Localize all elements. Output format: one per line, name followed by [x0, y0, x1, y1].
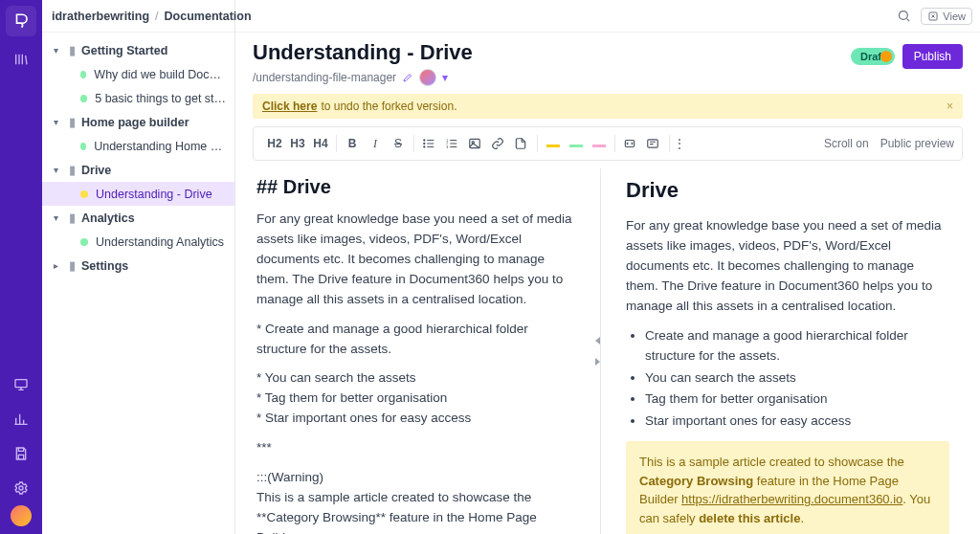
monitor-icon[interactable] [8, 371, 34, 398]
search-icon[interactable] [897, 9, 911, 23]
svg-point-4 [424, 140, 425, 141]
tree-item[interactable]: Understanding Analytics [42, 230, 234, 254]
h4-button[interactable]: H4 [313, 137, 328, 150]
editor-toolbar: H2 H3 H4 B I S 123 ⋮ [253, 126, 963, 161]
folder-icon: ▮ [69, 211, 76, 225]
folder-icon: ▮ [69, 163, 76, 177]
settings-icon[interactable] [8, 475, 34, 501]
highlight-yellow[interactable] [546, 137, 561, 150]
main: View Understanding - Drive /understandin… [235, 0, 980, 534]
image-button[interactable] [468, 137, 483, 150]
icon-rail [0, 0, 42, 534]
bullet-list-button[interactable] [422, 137, 437, 150]
highlight-green[interactable] [568, 137, 584, 150]
chevron-down-icon: ▾ [54, 45, 65, 56]
public-preview-link[interactable]: Public preview [880, 137, 954, 150]
close-icon[interactable]: × [947, 100, 953, 113]
analytics-icon[interactable] [8, 406, 34, 433]
author-avatar[interactable] [419, 69, 436, 86]
h2-button[interactable]: H2 [267, 137, 282, 150]
page-slug: /understanding-file-manager [253, 71, 396, 84]
warning-callout: This is a sample article created to show… [626, 441, 949, 534]
nav-tree: ▾ ▮ Getting Started Why did we build Doc… [42, 33, 234, 534]
tree-item[interactable]: 5 basic things to get started [42, 86, 234, 110]
chevron-down-icon[interactable]: ▾ [442, 71, 448, 84]
svg-rect-0 [15, 380, 27, 388]
tree-group-settings[interactable]: ▸ ▮ Settings [42, 254, 234, 278]
breadcrumb: idratherbewriting / Documentation [42, 0, 234, 33]
tree-item[interactable]: Understanding Home page bu… [42, 134, 234, 158]
svg-point-6 [424, 146, 425, 147]
status-badge[interactable]: Draft [851, 48, 895, 65]
tree-group-analytics[interactable]: ▾ ▮ Analytics [42, 206, 234, 230]
markdown-editor[interactable]: ## Drive For any great knowledge base yo… [253, 168, 593, 534]
publish-button[interactable]: Publish [902, 44, 963, 69]
library-icon[interactable] [8, 46, 34, 73]
notice-text: to undo the forked version. [321, 100, 457, 113]
more-icon[interactable]: ⋮ [672, 137, 687, 150]
sidebar: idratherbewriting / Documentation ▾ ▮ Ge… [42, 0, 235, 534]
code-block-button[interactable] [646, 137, 661, 150]
view-button[interactable]: View [921, 8, 972, 25]
preview-pane: Drive For any great knowledge base you n… [607, 168, 963, 534]
topbar: View [235, 0, 980, 33]
tree-group-getting-started[interactable]: ▾ ▮ Getting Started [42, 38, 234, 62]
title-bar: Understanding - Drive /understanding-fil… [235, 33, 980, 92]
page-title: Understanding - Drive [253, 40, 851, 65]
preview-heading: Drive [626, 174, 949, 207]
ordered-list-button[interactable]: 123 [445, 137, 460, 150]
folder-icon: ▮ [69, 115, 76, 129]
link-button[interactable] [491, 137, 506, 150]
undo-fork-notice: Click here to undo the forked version. × [253, 94, 963, 119]
tree-item[interactable]: Why did we build Document3… [42, 62, 234, 86]
chevron-right-icon: ▸ [54, 260, 65, 271]
strike-button[interactable]: S [390, 137, 406, 150]
chevron-down-icon: ▾ [54, 165, 65, 175]
edit-slug-icon[interactable] [402, 72, 413, 83]
code-inline-button[interactable] [623, 137, 638, 150]
svg-point-5 [424, 143, 425, 144]
italic-button[interactable]: I [368, 137, 383, 151]
h3-button[interactable]: H3 [290, 137, 305, 150]
chevron-down-icon: ▾ [54, 212, 65, 223]
md-heading: ## Drive [256, 172, 580, 202]
bold-button[interactable]: B [345, 137, 360, 150]
highlight-pink[interactable] [591, 137, 607, 150]
folder-icon: ▮ [69, 258, 76, 273]
user-avatar[interactable] [11, 505, 32, 526]
svg-text:3: 3 [446, 145, 448, 149]
save-icon[interactable] [8, 440, 34, 467]
svg-point-2 [900, 11, 908, 20]
callout-link[interactable]: https://idratherbewriting.document360.io [681, 492, 902, 506]
breadcrumb-workspace[interactable]: idratherbewriting [52, 10, 149, 23]
app-logo[interactable] [6, 6, 36, 36]
svg-point-1 [19, 486, 23, 490]
tree-group-drive[interactable]: ▾ ▮ Drive [42, 158, 234, 182]
preview-list: Create and manage a good hierarchical fo… [626, 326, 949, 433]
file-button[interactable] [514, 137, 529, 150]
folder-icon: ▮ [69, 43, 76, 57]
scroll-toggle[interactable]: Scroll on [824, 137, 869, 150]
tree-group-home-page-builder[interactable]: ▾ ▮ Home page builder [42, 110, 234, 134]
editor-panes: ## Drive For any great knowledge base yo… [253, 168, 963, 534]
chevron-down-icon: ▾ [54, 117, 65, 127]
tree-item-active[interactable]: Understanding - Drive [42, 182, 234, 206]
pane-divider[interactable] [593, 168, 607, 534]
undo-link[interactable]: Click here [262, 100, 317, 113]
